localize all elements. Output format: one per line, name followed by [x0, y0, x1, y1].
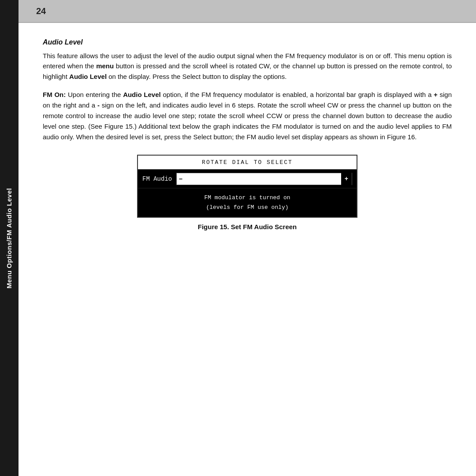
sidebar: Menu Options/FM Audio Level: [0, 0, 19, 476]
fm-on-bold2: Audio Level: [123, 91, 161, 98]
figure-caption: Figure 15. Set FM Audio Screen: [198, 223, 297, 231]
header-bar: 24: [19, 0, 476, 23]
screen-row-middle: FM Audio – +: [138, 170, 357, 189]
status-line1: FM modulator is turned on: [142, 193, 352, 203]
bar-plus-box: +: [341, 173, 352, 185]
paragraph1: This feature allows the user to adjust t…: [43, 51, 452, 82]
fm-audio-label: FM Audio: [142, 175, 172, 182]
para1-bold1: menu: [96, 62, 114, 70]
fm-on-text2: option, if the FM frequency modulator is…: [161, 91, 434, 98]
page-wrapper: Menu Options/FM Audio Level 24 Audio Lev…: [0, 0, 476, 476]
sidebar-label: Menu Options/FM Audio Level: [6, 188, 13, 288]
fm-on-plus: +: [434, 91, 438, 98]
screen-mockup: ROTATE DIAL TO SELECT FM Audio – +: [137, 155, 357, 218]
screen-row-bottom: FM modulator is turned on (levels for FM…: [138, 189, 357, 217]
figure-container: ROTATE DIAL TO SELECT FM Audio – +: [43, 155, 452, 231]
fm-on-text1: Upon entering the: [66, 91, 123, 98]
screen-row1-text: ROTATE DIAL TO SELECT: [202, 159, 293, 166]
main-area: 24 Audio Level This feature allows the u…: [19, 0, 476, 476]
bar-container: – +: [176, 173, 352, 185]
fm-on-bold: FM On:: [43, 91, 66, 98]
status-line2: (levels for FM use only): [142, 203, 352, 212]
fm-on-paragraph: FM On: Upon entering the Audio Level opt…: [43, 89, 452, 142]
para1-bold2: Audio Level: [69, 73, 107, 80]
screen-row-top: ROTATE DIAL TO SELECT: [138, 156, 357, 170]
page-number: 24: [36, 6, 46, 16]
bar-minus: –: [178, 175, 183, 183]
para1-text3: on the display. Press the Select button …: [107, 73, 286, 80]
bar-plus: +: [345, 175, 348, 182]
fm-on-text4: sign on the left, and indicates audio le…: [43, 101, 452, 141]
section-title: Audio Level: [43, 38, 452, 46]
content-body: Audio Level This feature allows the user…: [19, 23, 476, 476]
